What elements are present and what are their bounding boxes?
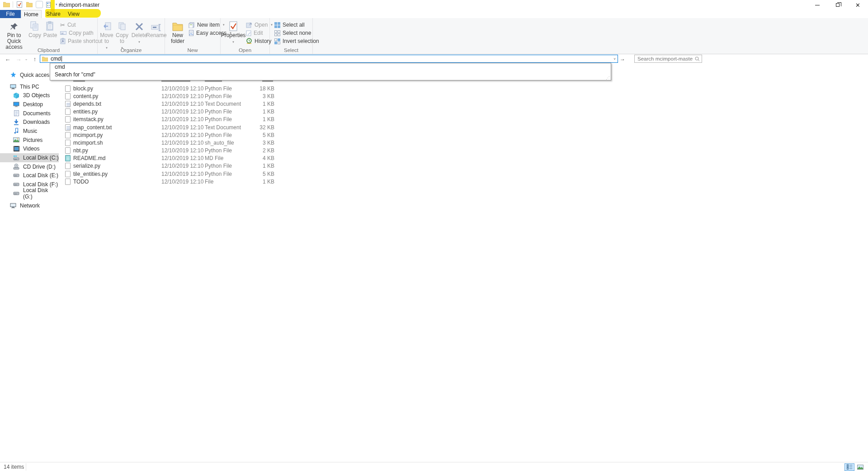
file-row[interactable]: TODO 12/10/2019 12:10 File 1 KB	[59, 178, 375, 185]
file-row[interactable]: tile_entities.py 12/10/2019 12:10 Python…	[59, 170, 375, 178]
history-icon	[246, 38, 252, 44]
address-input-value[interactable]: cmd	[51, 56, 61, 62]
sidebar-item-local-disk-c[interactable]: Local Disk (C:)	[0, 153, 59, 162]
file-row[interactable]: nbt.py 12/10/2019 12:10 Python File 2 KB	[59, 147, 375, 155]
sidebar-item-label: Desktop	[23, 101, 43, 108]
copy-path-icon: W..	[60, 30, 66, 36]
file-name[interactable]: entities.py	[73, 108, 98, 115]
search-box[interactable]	[634, 55, 702, 63]
sidebar-item-3d-objects[interactable]: 3D Objects	[0, 91, 59, 100]
history-button[interactable]: History	[246, 38, 271, 45]
delete-button[interactable]: Delete ▾	[130, 19, 148, 45]
sidebar-item-music[interactable]: Music	[0, 127, 59, 136]
cut-label: Cut	[67, 22, 76, 28]
sidebar-item-local-disk-e[interactable]: Local Disk (E:)	[0, 171, 59, 180]
move-to-button[interactable]: Move to ▾	[99, 19, 114, 51]
properties-quick-icon[interactable]	[16, 1, 23, 8]
invert-selection-button[interactable]: Invert selection	[274, 38, 319, 45]
new-item-button[interactable]: New item ▾	[189, 21, 225, 28]
file-name[interactable]: serialize.py	[73, 163, 100, 169]
file-row[interactable]: mcimport.sh 12/10/2019 12:10 sh_auto_fil…	[59, 139, 375, 146]
file-row[interactable]: serialize.py 12/10/2019 12:10 Python Fil…	[59, 162, 375, 170]
music-icon	[13, 128, 19, 134]
tab-home[interactable]: Home	[21, 10, 42, 18]
pin-to-quick-access-button[interactable]: Pin to Quick access	[1, 19, 27, 50]
file-row[interactable]: README.md 12/10/2019 12:10 MD File 4 KB	[59, 155, 375, 162]
copy-button[interactable]: Copy	[28, 19, 42, 38]
paste-button[interactable]: Paste	[42, 19, 58, 38]
file-row[interactable]: itemstack.py 12/10/2019 12:10 Python Fil…	[59, 116, 375, 123]
properties-button[interactable]: Properties ▾	[222, 19, 244, 45]
recent-locations-icon[interactable]: ⌄	[24, 54, 29, 63]
file-name[interactable]: mcimport.py	[73, 132, 103, 138]
blank-quick-icon[interactable]	[36, 1, 43, 8]
sidebar-item-pictures[interactable]: Pictures	[0, 136, 59, 145]
file-name[interactable]: content.py	[73, 93, 98, 99]
select-all-button[interactable]: Select all	[274, 21, 305, 28]
file-icon	[65, 163, 71, 169]
sidebar-item-downloads[interactable]: Downloads	[0, 118, 59, 127]
file-name[interactable]: nbt.py	[73, 147, 88, 154]
network-icon	[10, 203, 16, 209]
sidebar-item-documents[interactable]: Documents	[0, 109, 59, 118]
restore-button[interactable]	[827, 0, 848, 10]
copy-path-button[interactable]: W.. Copy path	[60, 29, 94, 37]
new-folder-quick-icon[interactable]	[26, 1, 33, 8]
search-input[interactable]	[635, 55, 693, 62]
file-name[interactable]: mcimport.sh	[73, 140, 103, 146]
sidebar-item-videos[interactable]: Videos	[0, 145, 59, 154]
sidebar-item-cd-drive-d[interactable]: CD Drive (D:)	[0, 162, 59, 171]
sidebar-item-label: Local Disk (E:)	[23, 172, 58, 179]
copy-to-button[interactable]: Copy to ▾	[115, 19, 129, 51]
close-button[interactable]: ✕	[848, 0, 868, 10]
file-row[interactable]: block.py 12/10/2019 12:10 Python File 18…	[59, 85, 375, 92]
sidebar-item-local-disk-g[interactable]: Local Disk (G:)	[0, 189, 59, 198]
file-date-modified: 12/10/2019 12:10	[161, 93, 203, 99]
navigation-bar: ← → ⌄ ↑ cmd ˅ →	[0, 54, 868, 63]
go-to-address-button[interactable]: →	[619, 55, 626, 63]
documents-icon	[13, 110, 19, 117]
file-row[interactable]: map_content.txt 12/10/2019 12:10 Text Do…	[59, 123, 375, 131]
file-row[interactable]: entities.py 12/10/2019 12:10 Python File…	[59, 108, 375, 116]
file-name[interactable]: TODO	[73, 179, 89, 185]
address-bar[interactable]: cmd ˅	[40, 55, 618, 63]
pin-icon	[9, 19, 19, 31]
sidebar-item-label: Local Disk (G:)	[23, 187, 59, 200]
suggestion-cmd[interactable]: cmd	[50, 63, 611, 71]
rename-button[interactable]: Rename	[148, 19, 165, 38]
up-icon[interactable]: ↑	[31, 54, 39, 63]
dropdown-resize-grip[interactable]: ⋰	[606, 76, 610, 80]
file-row[interactable]: content.py 12/10/2019 12:10 Python File …	[59, 92, 375, 100]
title-bar[interactable]: ▾ ▾ mcimport-master ✕	[0, 0, 868, 10]
thumbnail-view-button[interactable]	[855, 463, 865, 471]
tab-file[interactable]: File	[0, 10, 21, 18]
open-button[interactable]: Open ▾	[246, 21, 273, 28]
file-row[interactable]: mcimport.py 12/10/2019 12:10 Python File…	[59, 131, 375, 139]
sidebar-item-desktop[interactable]: Desktop	[0, 100, 59, 109]
edit-button[interactable]: Edit	[246, 29, 263, 37]
sidebar-item-network[interactable]: Network	[0, 202, 59, 211]
sidebar-item-label: Downloads	[23, 119, 50, 125]
minimize-button[interactable]	[807, 0, 827, 10]
file-name[interactable]: block.py	[73, 85, 93, 92]
back-icon[interactable]: ←	[4, 54, 12, 63]
file-name[interactable]: depends.txt	[73, 101, 101, 107]
select-none-button[interactable]: Select none	[274, 29, 311, 37]
clipped-row-fragment	[73, 80, 85, 82]
sidebar-item-this-pc[interactable]: This PC	[0, 82, 59, 91]
file-name[interactable]: map_content.txt	[73, 124, 112, 131]
file-name[interactable]: itemstack.py	[73, 116, 104, 122]
suggestion-search-for-cmd[interactable]: Search for "cmd"	[50, 71, 611, 79]
file-icon	[65, 85, 71, 92]
file-name[interactable]: README.md	[73, 155, 105, 161]
file-row[interactable]: depends.txt 12/10/2019 12:10 Text Docume…	[59, 100, 375, 108]
details-view-button[interactable]	[844, 463, 854, 471]
new-folder-button[interactable]: New folder	[169, 19, 187, 44]
copy-label: Copy	[28, 33, 41, 38]
paste-shortcut-button[interactable]: Paste shortcut	[60, 38, 103, 45]
view-quick-dropdown-icon[interactable]: ▾	[56, 3, 57, 6]
forward-icon[interactable]: →	[14, 54, 23, 63]
cut-button[interactable]: ✂ Cut	[60, 21, 76, 28]
file-name[interactable]: tile_entities.py	[73, 171, 108, 177]
address-dropdown-icon[interactable]: ˅	[613, 57, 616, 61]
